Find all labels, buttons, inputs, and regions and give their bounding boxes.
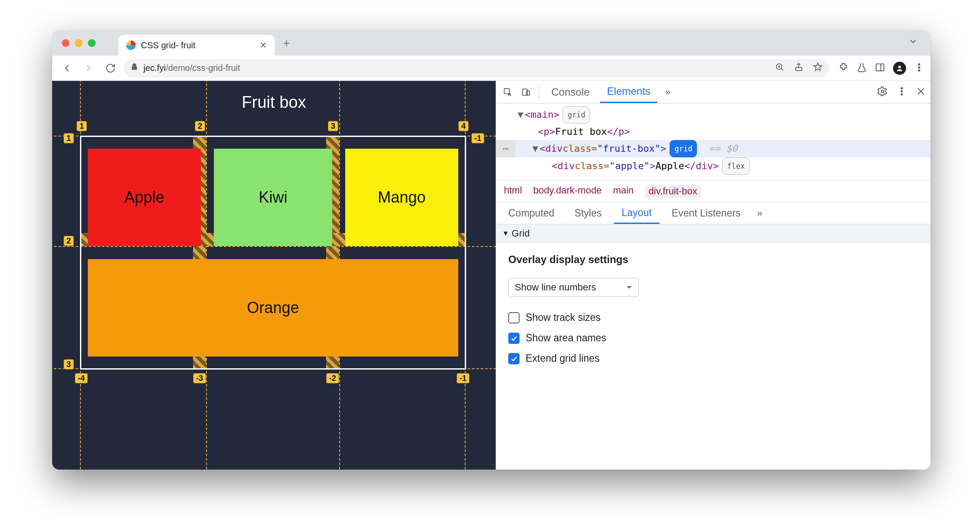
checkbox-box xyxy=(508,312,520,323)
menu-icon[interactable] xyxy=(914,62,924,74)
bookmark-star-icon[interactable] xyxy=(813,62,823,74)
elements-subtabs: Computed Styles Layout Event Listeners » xyxy=(496,203,930,224)
chevron-down-icon xyxy=(626,284,632,290)
grid-badge[interactable]: grid xyxy=(563,106,590,123)
ellipsis-icon[interactable]: ⋯ xyxy=(496,140,515,157)
row-line-2: 2 xyxy=(63,236,74,246)
devtools-menu-icon[interactable] xyxy=(897,86,907,98)
grid-cell-orange: Orange xyxy=(88,259,458,357)
bc-html[interactable]: html xyxy=(504,185,522,198)
svg-point-16 xyxy=(881,90,884,93)
minimize-window-button[interactable] xyxy=(75,39,83,47)
bc-main[interactable]: main xyxy=(613,185,634,198)
tab-strip: CSS grid- fruit ✕ ＋ xyxy=(52,30,930,56)
toolbar-right xyxy=(834,62,924,75)
grid-cell-kiwi: Kiwi xyxy=(214,149,332,246)
devtools-panel: Console Elements » ▼<main>grid <p>Fruit … xyxy=(496,81,930,470)
favicon-icon xyxy=(126,40,136,50)
line-numbers-select[interactable]: Show line numbers xyxy=(508,278,639,297)
row-line-1: 1 xyxy=(63,133,74,143)
inspect-icon[interactable] xyxy=(500,85,515,100)
svg-point-19 xyxy=(901,93,902,95)
svg-point-10 xyxy=(918,63,920,65)
browser-window: CSS grid- fruit ✕ ＋ jec.fyi/demo/css-gri… xyxy=(52,30,930,470)
devtools-tabbar: Console Elements » xyxy=(496,81,930,103)
subtab-eventlisteners[interactable]: Event Listeners xyxy=(664,203,749,224)
tab-title: CSS grid- fruit xyxy=(141,40,196,50)
svg-rect-0 xyxy=(132,67,137,70)
row-line-neg1: -1 xyxy=(471,133,484,143)
svg-point-9 xyxy=(898,66,901,68)
labs-icon[interactable] xyxy=(857,62,867,74)
selected-dom-node[interactable]: ⋯ ▼<div class="fruit-box">grid == $0 xyxy=(496,140,930,157)
dom-tree[interactable]: ▼<main>grid <p>Fruit box</p> ⋯ ▼<div cla… xyxy=(496,103,930,180)
checkbox-track-sizes[interactable]: Show track sizes xyxy=(496,307,930,328)
svg-rect-7 xyxy=(876,64,884,71)
settings-icon[interactable] xyxy=(877,86,888,98)
page-heading: Fruit box xyxy=(52,81,496,120)
checkbox-box xyxy=(508,333,520,344)
zoom-icon[interactable] xyxy=(775,62,784,74)
forward-button[interactable] xyxy=(80,60,97,77)
page-viewport: Fruit box Apple Kiwi Mango xyxy=(52,81,496,470)
col-line-neg3: -3 xyxy=(193,373,206,383)
col-line-neg4: -4 xyxy=(75,373,88,383)
flex-badge[interactable]: flex xyxy=(722,157,750,175)
window-controls xyxy=(62,39,96,47)
svg-point-11 xyxy=(918,67,920,68)
row-line-3: 3 xyxy=(63,359,74,370)
svg-line-4 xyxy=(781,69,783,70)
browser-tab[interactable]: CSS grid- fruit ✕ xyxy=(118,35,275,56)
profile-avatar[interactable] xyxy=(893,62,906,75)
share-icon[interactable] xyxy=(794,62,803,74)
col-line-3: 3 xyxy=(328,121,338,131)
tabs-dropdown-button[interactable] xyxy=(908,36,925,50)
tab-elements[interactable]: Elements xyxy=(600,81,657,103)
checkbox-area-names[interactable]: Show area names xyxy=(496,328,930,348)
svg-point-18 xyxy=(901,90,902,92)
svg-point-17 xyxy=(901,87,902,89)
address-bar[interactable]: jec.fyi/demo/css-grid-fruit xyxy=(123,59,830,77)
lock-icon xyxy=(130,63,138,73)
grid-cell-mango: Mango xyxy=(345,149,458,246)
col-line-4: 4 xyxy=(458,121,469,131)
close-tab-button[interactable]: ✕ xyxy=(260,40,267,50)
checkbox-box xyxy=(508,353,520,364)
dom-breadcrumb: html body.dark-mode main div.fruit-box xyxy=(496,180,930,203)
sidepanel-icon[interactable] xyxy=(875,62,885,74)
maximize-window-button[interactable] xyxy=(88,39,96,47)
bc-body[interactable]: body.dark-mode xyxy=(533,185,602,198)
reload-button[interactable] xyxy=(102,60,119,77)
content-row: Fruit box Apple Kiwi Mango xyxy=(52,81,930,470)
layout-panel: ▼Grid Overlay display settings Show line… xyxy=(496,224,930,369)
browser-toolbar: jec.fyi/demo/css-grid-fruit xyxy=(52,56,930,81)
subtab-computed[interactable]: Computed xyxy=(500,203,562,224)
back-button[interactable] xyxy=(58,60,76,77)
col-line-1: 1 xyxy=(77,121,87,131)
svg-marker-6 xyxy=(814,63,822,70)
svg-point-12 xyxy=(918,70,920,71)
overlay-settings-heading: Overlay display settings xyxy=(496,243,930,273)
col-line-2: 2 xyxy=(195,121,205,131)
subtab-styles[interactable]: Styles xyxy=(567,203,610,224)
bc-fruitbox[interactable]: div.fruit-box xyxy=(645,185,701,198)
grid-badge-active[interactable]: grid xyxy=(670,140,697,157)
new-tab-button[interactable]: ＋ xyxy=(281,35,292,51)
grid-section-header[interactable]: ▼Grid xyxy=(496,224,930,243)
tabs-overflow[interactable]: » xyxy=(661,87,675,98)
device-toolbar-icon[interactable] xyxy=(519,85,533,100)
subtabs-overflow[interactable]: » xyxy=(753,208,767,219)
inspected-grid: Apple Kiwi Mango Orange 1 2 3 4 1 2 3 -1… xyxy=(80,136,466,370)
extensions-icon[interactable] xyxy=(838,62,849,74)
devtools-close-icon[interactable] xyxy=(916,86,926,98)
checkbox-extend-lines[interactable]: Extend grid lines xyxy=(496,348,930,369)
tab-console[interactable]: Console xyxy=(544,81,597,103)
col-line-neg1: -1 xyxy=(457,373,470,383)
url-text: jec.fyi/demo/css-grid-fruit xyxy=(143,63,240,73)
close-window-button[interactable] xyxy=(62,39,70,47)
subtab-layout[interactable]: Layout xyxy=(614,203,660,224)
grid-cell-apple: Apple xyxy=(88,149,201,246)
col-line-neg2: -2 xyxy=(326,373,339,383)
